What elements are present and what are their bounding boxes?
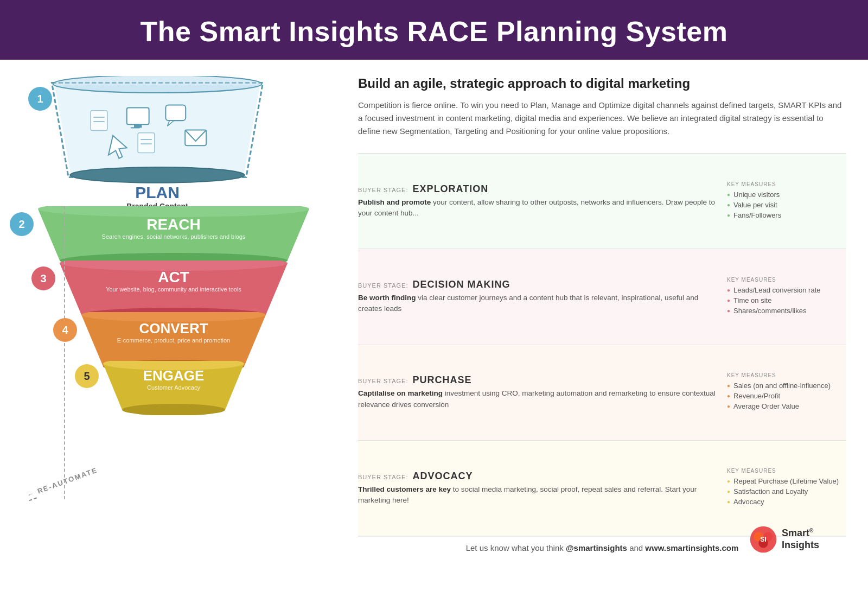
svg-text:SI: SI bbox=[760, 536, 766, 543]
convert-row: BUYER STAGE: PURCHASE Captilalise on mar… bbox=[358, 345, 846, 440]
twitter-handle: @smartinsights bbox=[566, 543, 627, 552]
logo-icon: SI bbox=[749, 525, 777, 554]
convert-measures-label: KEY MEASURES bbox=[727, 372, 846, 378]
engage-layer: ENGAGE Customer Advocacy 5 bbox=[103, 361, 244, 415]
list-item: Fans/Followers bbox=[727, 211, 846, 219]
svg-point-22 bbox=[122, 404, 225, 415]
engage-measures-label: KEY MEASURES bbox=[727, 468, 846, 474]
convert-measures: KEY MEASURES Sales (on and offline-influ… bbox=[727, 372, 846, 412]
reach-number-badge: 2 bbox=[10, 212, 34, 236]
footer-text: Let us know what you think @smartinsight… bbox=[466, 543, 739, 552]
convert-sub-label: E-commerce, product, price and promotion bbox=[81, 337, 266, 344]
intro-heading: Build an agile, strategic approach to di… bbox=[358, 76, 846, 91]
re-automate-label: ← RE-AUTOMATE bbox=[25, 466, 98, 499]
svg-point-1 bbox=[70, 167, 244, 183]
act-measures-list: Leads/Lead conversion rate Time on site … bbox=[727, 286, 846, 315]
convert-buyer-stage-label: BUYER STAGE: PURCHASE bbox=[358, 374, 716, 386]
engage-row-content: BUYER STAGE: ADVOCACY Thrilled customers… bbox=[358, 471, 727, 506]
svg-rect-2 bbox=[91, 111, 107, 131]
act-buyer-stage-label: BUYER STAGE: DECISION MAKING bbox=[358, 279, 716, 290]
convert-measures-list: Sales (on and offline-influence) Revenue… bbox=[727, 382, 846, 410]
reach-measures-list: Unique visitors Value per visit Fans/Fol… bbox=[727, 190, 846, 219]
act-main-label: ACT bbox=[60, 269, 288, 286]
engage-buyer-stage-label: BUYER STAGE: ADVOCACY bbox=[358, 471, 716, 482]
act-layer: ACT Your website, blog, community and in… bbox=[60, 261, 288, 320]
act-desc: Be worth finding via clear customer jour… bbox=[358, 293, 716, 315]
list-item: Satisfaction and Loyalty bbox=[727, 487, 846, 496]
convert-main-label: CONVERT bbox=[81, 320, 266, 337]
intro-section: Build an agile, strategic approach to di… bbox=[358, 76, 846, 138]
main-content: 1 bbox=[0, 60, 868, 570]
list-item: Unique visitors bbox=[727, 190, 846, 199]
convert-number-badge: 4 bbox=[53, 318, 77, 342]
list-item: Revenue/Profit bbox=[727, 392, 846, 400]
reach-measures-label: KEY MEASURES bbox=[727, 181, 846, 187]
svg-point-0 bbox=[53, 76, 262, 93]
engage-text: ENGAGE Customer Advocacy bbox=[103, 367, 244, 391]
convert-desc: Captilalise on marketing investment usin… bbox=[358, 388, 716, 410]
funnel-container: 1 bbox=[11, 71, 315, 516]
act-sub-label: Your website, blog, community and intera… bbox=[60, 286, 288, 293]
right-panel: Build an agile, strategic approach to di… bbox=[326, 60, 868, 570]
intro-body: Competition is fierce online. To win you… bbox=[358, 99, 846, 138]
race-rows: BUYER STAGE: EXPLORATION Publish and pro… bbox=[358, 153, 846, 536]
svg-rect-8 bbox=[165, 105, 186, 120]
plan-main-label: PLAN bbox=[41, 183, 274, 202]
act-number-badge: 3 bbox=[31, 266, 55, 290]
act-row-content: BUYER STAGE: DECISION MAKING Be worth fi… bbox=[358, 279, 727, 315]
reach-sub-label: Search engines, social networks, publish… bbox=[38, 233, 309, 240]
engage-row: BUYER STAGE: ADVOCACY Thrilled customers… bbox=[358, 440, 846, 536]
reach-buyer-stage-label: BUYER STAGE: EXPLORATION bbox=[358, 183, 716, 195]
logo-text: Smart®Insights bbox=[782, 528, 819, 551]
convert-text: CONVERT E-commerce, product, price and p… bbox=[81, 320, 266, 344]
svg-rect-5 bbox=[127, 108, 149, 125]
reach-main-label: REACH bbox=[38, 216, 309, 233]
reach-measures: KEY MEASURES Unique visitors Value per v… bbox=[727, 181, 846, 221]
smart-insights-logo: SI Smart®Insights bbox=[749, 525, 819, 554]
reach-text: REACH Search engines, social networks, p… bbox=[38, 216, 309, 240]
engage-stage-name: ADVOCACY bbox=[413, 471, 473, 481]
convert-row-content: BUYER STAGE: PURCHASE Captilalise on mar… bbox=[358, 374, 727, 410]
list-item: Average Order Value bbox=[727, 402, 846, 410]
engage-measures-list: Repeat Purchase (Lifetime Value) Satisfa… bbox=[727, 477, 846, 506]
list-item: Value per visit bbox=[727, 201, 846, 209]
page-header: The Smart Insights RACE Planning System bbox=[0, 0, 868, 60]
list-item: Leads/Lead conversion rate bbox=[727, 286, 846, 294]
list-item: Repeat Purchase (Lifetime Value) bbox=[727, 477, 846, 485]
convert-stage-name: PURCHASE bbox=[413, 374, 472, 385]
engage-sub-label: Customer Advocacy bbox=[103, 384, 244, 391]
reach-layer: REACH Search engines, social networks, p… bbox=[38, 206, 309, 266]
reach-row-content: BUYER STAGE: EXPLORATION Publish and pro… bbox=[358, 183, 727, 219]
list-item: Sales (on and offline-influence) bbox=[727, 382, 846, 390]
plan-number-badge: 1 bbox=[28, 87, 52, 111]
engage-desc: Thrilled customers are key to social med… bbox=[358, 484, 716, 506]
svg-rect-12 bbox=[138, 133, 155, 153]
footer: Let us know what you think @smartinsight… bbox=[358, 536, 846, 559]
list-item: Shares/comments/likes bbox=[727, 307, 846, 315]
act-stage-name: DECISION MAKING bbox=[413, 279, 510, 290]
act-measures: KEY MEASURES Leads/Lead conversion rate … bbox=[727, 277, 846, 317]
page-title: The Smart Insights RACE Planning System bbox=[11, 15, 857, 48]
engage-measures: KEY MEASURES Repeat Purchase (Lifetime V… bbox=[727, 468, 846, 508]
website-link: www.smartinsights.com bbox=[645, 543, 738, 552]
reach-stage-name: EXPLORATION bbox=[413, 183, 489, 194]
funnel-panel: 1 bbox=[0, 60, 326, 570]
act-row: BUYER STAGE: DECISION MAKING Be worth fi… bbox=[358, 249, 846, 344]
dashed-line bbox=[64, 206, 65, 499]
act-measures-label: KEY MEASURES bbox=[727, 277, 846, 283]
svg-rect-11 bbox=[185, 130, 206, 146]
list-item: Time on site bbox=[727, 296, 846, 304]
engage-number-badge: 5 bbox=[75, 364, 99, 388]
act-text: ACT Your website, blog, community and in… bbox=[60, 269, 288, 293]
list-item: Advocacy bbox=[727, 498, 846, 506]
engage-main-label: ENGAGE bbox=[103, 367, 244, 384]
reach-desc: Publish and promote your content, allow … bbox=[358, 197, 716, 219]
reach-row: BUYER STAGE: EXPLORATION Publish and pro… bbox=[358, 153, 846, 249]
